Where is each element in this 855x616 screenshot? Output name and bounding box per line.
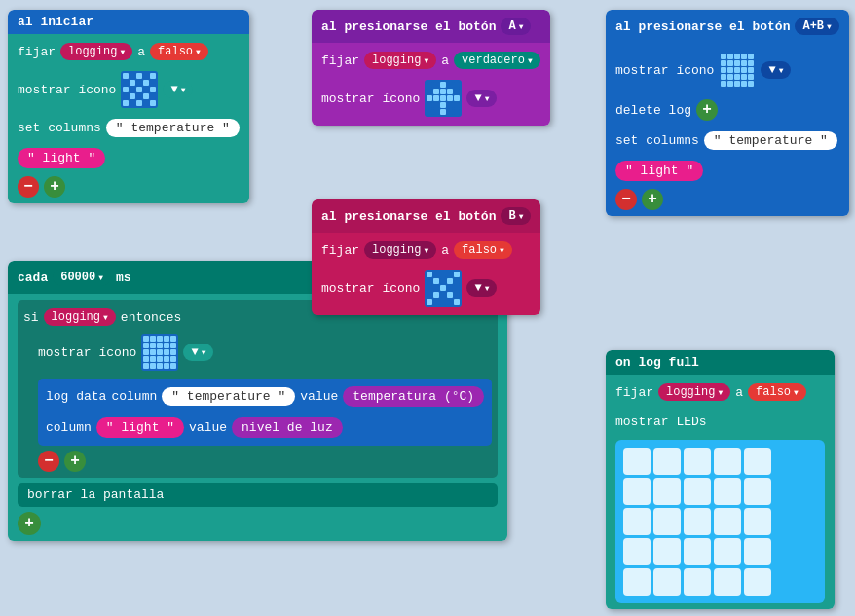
a-label: a — [137, 45, 145, 59]
al-iniciar-label: al iniciar — [18, 15, 93, 29]
column-label-2: column — [46, 420, 92, 435]
delete-log-row: delete log + — [615, 99, 839, 121]
led-1-1 — [623, 448, 651, 475]
led-5-2 — [653, 568, 681, 596]
light-pill-ab: " light " — [615, 161, 703, 181]
mostrar-icono-row-b: mostrar ícono ▼ — [321, 270, 531, 307]
plus-btn-1[interactable]: + — [44, 176, 65, 198]
boton-b-title: al presionarse el botón — [321, 209, 496, 224]
set-columns-label-1: set columns — [18, 121, 101, 135]
light-col-pill: " light " — [96, 417, 184, 438]
led-2-4 — [714, 478, 741, 505]
minus-plus-log: − + — [38, 451, 492, 472]
mostrar-icono-label-1: mostrar ícono — [18, 83, 116, 97]
boton-ab-title: al presionarse el botón — [615, 19, 790, 34]
light-row-1: " light " — [18, 148, 240, 168]
mostrar-icono-label-2: mostrar ícono — [38, 345, 136, 360]
log-data-label: log data — [46, 389, 106, 404]
borrar-label: borrar la pantalla — [27, 488, 164, 502]
ms-val-dropdown[interactable]: 60000 — [53, 269, 111, 286]
mostrar-leds-label: mostrar LEDs — [615, 415, 707, 429]
logging-dropdown-2[interactable]: logging — [44, 308, 116, 326]
temperature-col-pill: " temperature " — [162, 387, 295, 406]
ms-label: ms — [116, 271, 131, 285]
mostrar-icono-label-b: mostrar ícono — [321, 281, 420, 296]
icon-grid-b — [425, 270, 462, 307]
plus-btn-ab[interactable]: + — [696, 99, 718, 121]
icon-picker-ab[interactable]: ▼ — [761, 61, 791, 79]
set-columns-label-ab: set columns — [615, 133, 699, 148]
set-columns-row-ab: set columns " temperature " — [615, 131, 839, 150]
boton-b-header: al presionarse el botón B — [312, 199, 540, 233]
temperatura-pill: temperatura (°C) — [343, 386, 484, 407]
led-1-5 — [744, 448, 771, 475]
icon-picker-a[interactable]: ▼ — [466, 90, 497, 107]
plus-btn-ab2[interactable]: + — [642, 189, 663, 210]
delete-log-label: delete log — [615, 103, 691, 118]
value-label-1: value — [300, 389, 338, 404]
al-iniciar-block: al iniciar fijar logging a falso mostrar… — [8, 10, 249, 203]
minus-btn-log[interactable]: − — [38, 451, 59, 472]
icon-grid-1 — [121, 71, 158, 108]
al-iniciar-header: al iniciar — [8, 10, 249, 34]
logging-dropdown[interactable]: logging — [60, 43, 132, 60]
led-4-4 — [714, 538, 741, 565]
light-pill-1: " light " — [18, 148, 105, 168]
entonces-label: entonces — [121, 310, 181, 325]
icon-picker-2[interactable]: ▼ — [183, 344, 213, 361]
plus-btn-cada-bottom[interactable]: + — [18, 512, 41, 535]
boton-a-dropdown[interactable]: A — [501, 18, 531, 35]
icon-grid-2 — [141, 334, 178, 371]
led-5-5 — [744, 568, 771, 596]
led-1-4 — [714, 448, 741, 475]
falso-dropdown[interactable]: falso — [150, 43, 208, 60]
a-label-a: a — [441, 54, 449, 68]
fijar-row-b: fijar logging a falso — [321, 241, 531, 259]
set-columns-row-1: set columns " temperature " — [18, 119, 240, 137]
a-label-full: a — [735, 385, 743, 400]
led-3-1 — [623, 508, 651, 535]
logging-dropdown-full[interactable]: logging — [658, 383, 730, 401]
led-3-5 — [744, 508, 771, 535]
led-1-2 — [653, 448, 681, 475]
boton-ab-dropdown[interactable]: A+B — [795, 18, 838, 35]
minus-btn-1[interactable]: − — [18, 176, 39, 198]
fijar-label-b: fijar — [321, 243, 359, 258]
logging-dropdown-a[interactable]: logging — [364, 52, 436, 69]
led-3-4 — [714, 508, 741, 535]
icon-picker-1[interactable]: ▼ — [163, 81, 193, 98]
boton-ab-header: al presionarse el botón A+B — [606, 10, 849, 43]
led-5-3 — [684, 568, 711, 596]
mostrar-icono-row-2: mostrar ícono ▼ — [38, 334, 492, 371]
minus-plus-1: − + — [18, 176, 240, 198]
value-label-2: value — [189, 420, 227, 435]
light-row-ab: " light " — [615, 161, 839, 181]
falso-dropdown-full[interactable]: falso — [748, 383, 806, 401]
led-3-3 — [684, 508, 711, 535]
boton-a-block: al presionarse el botón A fijar logging … — [312, 10, 550, 126]
mostrar-leds-row: mostrar LEDs — [615, 415, 825, 429]
fijar-row-a: fijar logging a verdadero — [321, 52, 540, 69]
minus-btn-ab[interactable]: − — [615, 189, 637, 210]
si-label: si — [23, 310, 39, 325]
fijar-label: fijar — [18, 45, 56, 59]
logging-dropdown-b[interactable]: logging — [364, 241, 436, 259]
led-3-2 — [653, 508, 681, 535]
led-4-5 — [744, 538, 771, 565]
led-5-4 — [714, 568, 741, 596]
led-4-1 — [623, 538, 651, 565]
fijar-label-a: fijar — [321, 54, 359, 68]
boton-b-dropdown[interactable]: B — [501, 207, 531, 225]
on-log-full-header: on log full — [606, 350, 835, 375]
nivel-pill: nivel de luz — [232, 417, 343, 438]
temperature-pill-1: " temperature " — [106, 119, 240, 137]
on-log-full-block: on log full fijar logging a falso mostra… — [606, 350, 835, 609]
fijar-label-full: fijar — [615, 385, 653, 400]
verdadero-dropdown[interactable]: verdadero — [454, 52, 540, 69]
falso-dropdown-b[interactable]: falso — [454, 241, 512, 259]
led-2-2 — [653, 478, 681, 505]
fijar-row-full: fijar logging a falso — [615, 383, 825, 401]
plus-btn-log[interactable]: + — [64, 451, 86, 472]
icon-picker-b[interactable]: ▼ — [466, 279, 497, 297]
led-2-3 — [684, 478, 711, 505]
